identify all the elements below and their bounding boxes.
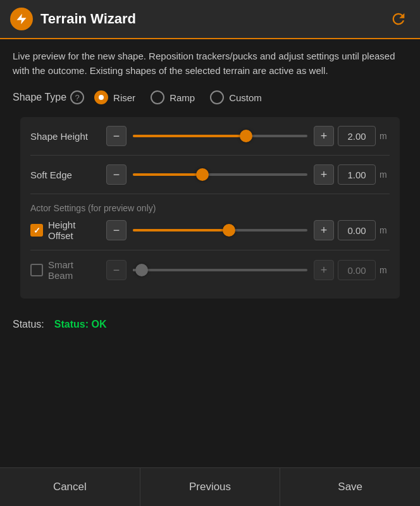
status-key: Status:: [13, 319, 44, 330]
height-offset-decrement[interactable]: −: [106, 220, 127, 240]
height-offset-checkbox-label[interactable]: Height Offset: [30, 219, 100, 241]
smart-beam-unit: m: [380, 265, 390, 275]
soft-edge-track: [133, 173, 307, 176]
header: Terrain Wizard: [0, 0, 420, 39]
height-offset-unit: m: [380, 225, 390, 235]
actor-settings-label: Actor Settings (for preview only): [30, 203, 390, 213]
height-offset-increment[interactable]: +: [314, 220, 334, 240]
status-area: Status: Status: OK: [0, 309, 420, 340]
smart-beam-thumb: [135, 264, 148, 276]
smart-beam-label: Smart Beam: [48, 259, 100, 281]
shape-height-slider[interactable]: [133, 126, 307, 146]
divider-2: [30, 194, 390, 194]
smart-beam-checkbox[interactable]: [30, 264, 43, 276]
shape-type-row: Shape Type ? Riser Ramp Custom: [13, 90, 407, 104]
radio-custom-indicator: [210, 90, 224, 104]
smart-beam-decrement[interactable]: −: [106, 260, 127, 280]
shape-height-thumb[interactable]: [240, 130, 252, 142]
height-offset-slider[interactable]: [133, 220, 307, 240]
soft-edge-unit: m: [380, 170, 390, 180]
height-offset-input[interactable]: [338, 220, 376, 240]
shape-height-row: Shape Height − + m: [30, 126, 390, 146]
refresh-button[interactable]: [387, 8, 410, 30]
shape-height-decrement[interactable]: −: [106, 126, 127, 146]
radio-custom-label: Custom: [229, 92, 262, 103]
soft-edge-fill: [133, 173, 202, 176]
shape-height-value-group: + m: [314, 126, 390, 146]
radio-ramp-indicator: [151, 90, 164, 104]
soft-edge-slider[interactable]: [133, 164, 307, 185]
footer: Cancel Previous Save: [0, 467, 420, 506]
smart-beam-value-group: + m: [314, 260, 390, 280]
smart-beam-slider: [133, 260, 307, 280]
soft-edge-input[interactable]: [338, 164, 376, 185]
shape-height-increment[interactable]: +: [314, 126, 334, 146]
shape-height-input[interactable]: [338, 126, 376, 146]
smart-beam-track: [133, 269, 307, 271]
previous-button[interactable]: Previous: [140, 468, 281, 506]
height-offset-value-group: + m: [314, 220, 390, 240]
height-offset-fill: [133, 229, 229, 231]
description-text: Live preview for the new shape. Repositi…: [13, 49, 407, 78]
main-content: Live preview for the new shape. Repositi…: [0, 39, 420, 309]
page-title: Terrain Wizard: [40, 11, 136, 27]
soft-edge-thumb[interactable]: [196, 168, 209, 181]
height-offset-thumb[interactable]: [223, 224, 235, 237]
smart-beam-row: Smart Beam − + m: [30, 259, 390, 281]
shape-height-track: [133, 135, 307, 137]
radio-riser[interactable]: Riser: [94, 90, 135, 104]
save-button[interactable]: Save: [280, 468, 420, 506]
shape-height-unit: m: [380, 131, 390, 141]
header-left: Terrain Wizard: [10, 8, 136, 30]
shape-type-radio-group: Riser Ramp Custom: [94, 90, 262, 104]
soft-edge-value-group: + m: [314, 164, 390, 185]
shape-height-label: Shape Height: [30, 131, 100, 142]
soft-edge-label: Soft Edge: [30, 170, 100, 180]
divider-3: [30, 250, 390, 250]
radio-ramp-label: Ramp: [170, 92, 195, 103]
cancel-button[interactable]: Cancel: [0, 468, 140, 506]
status-value: Status: OK: [54, 319, 107, 330]
height-offset-checkbox[interactable]: [30, 224, 43, 237]
help-icon[interactable]: ?: [70, 90, 84, 104]
height-offset-label: Height Offset: [48, 219, 100, 241]
radio-riser-label: Riser: [113, 92, 135, 103]
smart-beam-increment[interactable]: +: [314, 260, 334, 280]
soft-edge-row: Soft Edge − + m: [30, 164, 390, 185]
app-logo: [10, 8, 33, 30]
smart-beam-checkbox-label[interactable]: Smart Beam: [30, 259, 100, 281]
shape-type-label: Shape Type ?: [13, 90, 84, 104]
radio-custom[interactable]: Custom: [210, 90, 262, 104]
divider-1: [30, 155, 390, 156]
height-offset-row: Height Offset − + m: [30, 219, 390, 241]
shape-height-fill: [133, 135, 246, 137]
radio-ramp[interactable]: Ramp: [151, 90, 195, 104]
soft-edge-increment[interactable]: +: [314, 164, 334, 185]
smart-beam-input: [338, 260, 376, 280]
height-offset-track: [133, 229, 307, 231]
soft-edge-decrement[interactable]: −: [106, 164, 127, 185]
settings-panel: Shape Height − + m Soft Edge −: [20, 117, 400, 299]
radio-riser-indicator: [94, 90, 108, 104]
